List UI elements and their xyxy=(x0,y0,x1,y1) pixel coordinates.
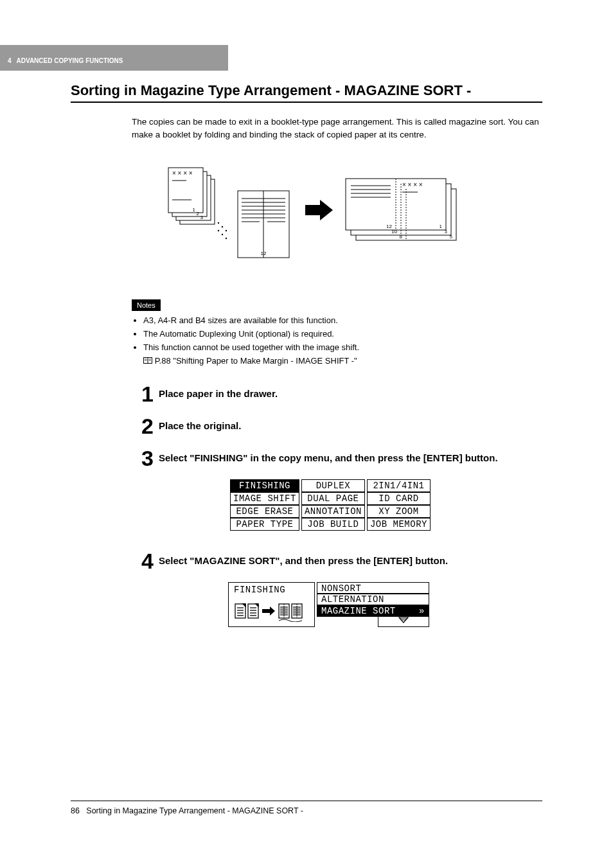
finishing-label: FINISHING xyxy=(234,585,309,595)
svg-point-8 xyxy=(222,226,223,227)
chapter-number: 4 xyxy=(8,57,12,64)
chapter-label: 4 ADVANCED COPYING FUNCTIONS xyxy=(8,57,123,64)
notes-list: A3, A4-R and B4 sizes are available for … xyxy=(132,315,542,367)
diag-num-1: 1 xyxy=(193,207,196,213)
svg-point-9 xyxy=(226,230,227,231)
step-text: Place paper in the drawer. xyxy=(159,383,278,400)
notes-heading: Notes xyxy=(132,299,161,311)
menu-job-build[interactable]: JOB BUILD xyxy=(301,518,365,531)
page-footer: 86 Sorting in Magazine Type Arrangement … xyxy=(71,801,542,815)
finishing-option-magazine-sort[interactable]: MAGAZINE SORT » xyxy=(317,605,429,617)
arrow-icon xyxy=(305,200,333,220)
section-intro: The copies can be made to exit in a book… xyxy=(132,116,542,141)
step-number: 1 xyxy=(132,383,154,405)
note-item: This function cannot be used together wi… xyxy=(143,342,542,354)
step-3: 3 Select "FINISHING" in the copy menu, a… xyxy=(132,447,542,469)
finishing-option-alternation[interactable]: ALTERNATION xyxy=(317,593,429,605)
section-title: Sorting in Magazine Type Arrangement - M… xyxy=(71,82,542,103)
finishing-option-nonsort[interactable]: NONSORT xyxy=(317,582,429,594)
step-2: 2 Place the original. xyxy=(132,415,542,437)
note-item: The Automatic Duplexing Unit (optional) … xyxy=(143,328,542,341)
option-label: MAGAZINE SORT xyxy=(321,606,396,616)
diag-p10: 10 xyxy=(391,229,397,235)
menu-finishing[interactable]: FINISHING xyxy=(230,479,299,492)
diag-p8: 8 xyxy=(400,234,403,240)
menu-job-memory[interactable]: JOB MEMORY xyxy=(367,518,431,531)
svg-rect-42 xyxy=(235,604,245,618)
svg-marker-52 xyxy=(262,607,275,616)
scroll-down-button[interactable] xyxy=(378,616,429,627)
menu-edge-erase[interactable]: EDGE ERASE xyxy=(230,505,299,518)
finishing-panel-left: FINISHING xyxy=(228,582,315,628)
chevron-down-icon xyxy=(398,616,409,624)
page-number: 86 xyxy=(71,806,80,815)
menu-image-shift[interactable]: IMAGE SHIFT xyxy=(230,492,299,505)
menu-annotation[interactable]: ANNOTATION xyxy=(301,505,365,518)
svg-marker-23 xyxy=(305,200,333,220)
chapter-title: ADVANCED COPYING FUNCTIONS xyxy=(17,57,123,64)
step-number: 3 xyxy=(132,447,154,469)
step-text: Select "MAGAZINE SORT", and then press t… xyxy=(159,550,448,567)
svg-text:× × × ×: × × × × xyxy=(402,181,423,188)
diag-booklet-label: 12 xyxy=(261,251,267,256)
svg-point-10 xyxy=(218,230,219,231)
finishing-submenu-display: FINISHING xyxy=(228,582,542,628)
step-number: 4 xyxy=(132,550,154,572)
copy-menu-display: FINISHING DUPLEX 2IN1/4IN1 IMAGE SHIFT D… xyxy=(228,479,542,531)
svg-text:× × × ×: × × × × xyxy=(172,170,193,177)
booklet-icon xyxy=(234,601,309,624)
svg-rect-47 xyxy=(248,604,258,618)
magazine-sort-diagram: × × × × 1 2 3 xyxy=(167,160,542,272)
step-number: 2 xyxy=(132,415,154,437)
step-4: 4 Select "MAGAZINE SORT", and then press… xyxy=(132,550,542,572)
step-1: 1 Place paper in the drawer. xyxy=(132,383,542,405)
svg-point-7 xyxy=(218,222,219,224)
footer-title: Sorting in Magazine Type Arrangement - M… xyxy=(86,806,303,815)
diag-p1: 1 xyxy=(440,224,443,229)
note-item: A3, A4-R and B4 sizes are available for … xyxy=(143,315,542,327)
chapter-header-bar: 4 ADVANCED COPYING FUNCTIONS xyxy=(0,45,228,71)
svg-point-11 xyxy=(222,234,223,235)
menu-2in1-4in1[interactable]: 2IN1/4IN1 xyxy=(367,479,431,492)
menu-id-card[interactable]: ID CARD xyxy=(367,492,431,505)
menu-dual-page[interactable]: DUAL PAGE xyxy=(301,492,365,505)
xref-text: P.88 "Shifting Paper to Make Margin - IM… xyxy=(155,356,357,366)
diag-num-2: 2 xyxy=(197,211,200,217)
xref-item: P.88 "Shifting Paper to Make Margin - IM… xyxy=(143,355,542,368)
step-text: Select "FINISHING" in the copy menu, and… xyxy=(159,447,498,465)
step-text: Place the original. xyxy=(159,415,241,432)
diag-num-3: 3 xyxy=(200,215,204,220)
diag-p5: 5 xyxy=(450,234,453,240)
menu-duplex[interactable]: DUPLEX xyxy=(301,479,365,492)
diag-p3: 3 xyxy=(445,229,448,235)
menu-xy-zoom[interactable]: XY ZOOM xyxy=(367,505,431,518)
svg-point-12 xyxy=(226,238,227,239)
menu-paper-type[interactable]: PAPER TYPE xyxy=(230,518,299,531)
submenu-arrow-icon: » xyxy=(419,606,425,616)
book-icon xyxy=(143,356,155,366)
